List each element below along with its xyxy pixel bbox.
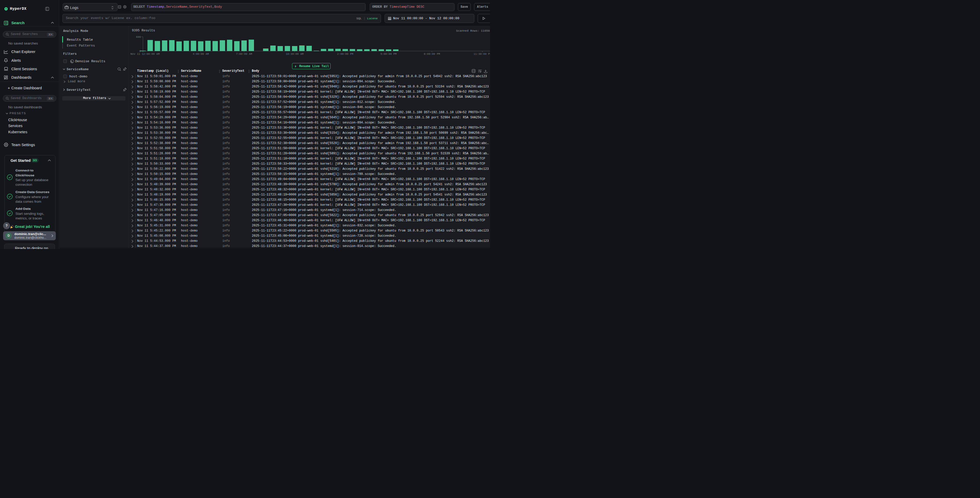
svg-text:Nov 11 12:00:00 AM: Nov 11 12:00:00 AM (130, 53, 159, 56)
svg-text:2:00:00 PM: 2:00:00 PM (337, 53, 353, 56)
svg-text:10:30:00 AM: 10:30:00 AM (286, 53, 303, 56)
svg-text:7:00:00 AM: 7:00:00 AM (236, 53, 252, 56)
svg-text:11:30:00 PM: 11:30:00 PM (474, 53, 490, 56)
svg-text:8:00:00 PM: 8:00:00 PM (424, 53, 440, 56)
svg-text:5:00:00 PM: 5:00:00 PM (380, 53, 397, 56)
svg-text:600: 600 (136, 35, 141, 38)
svg-text:4:00:00 AM: 4:00:00 AM (192, 53, 209, 56)
